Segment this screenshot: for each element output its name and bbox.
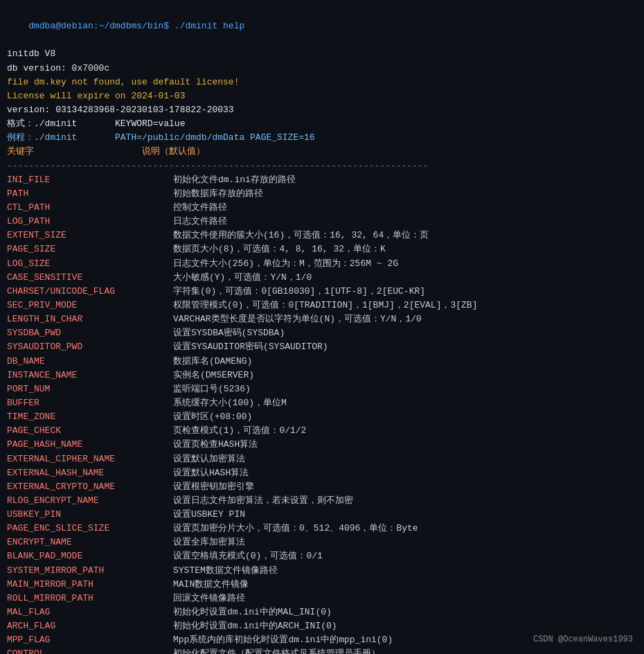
keyword-name: PAGE_CHECK: [7, 424, 173, 438]
keyword-name: ENCRYPT_NAME: [7, 536, 173, 549]
keyword-row: CHARSET/UNICODE_FLAG字符集(0)，可选值：0[GB18030…: [7, 285, 637, 299]
keyword-desc: 实例名(DMSERVER): [173, 369, 637, 382]
keyword-row: ARCH_FLAG初始化时设置dm.ini中的ARCH_INI(0): [7, 619, 637, 633]
output-line: License will expire on 2024-01-03: [7, 89, 637, 103]
keyword-name: PAGE_ENC_SLICE_SIZE: [7, 522, 173, 536]
keyword-name: MAIN_MIRROR_PATH: [7, 578, 173, 592]
keyword-desc: 字符集(0)，可选值：0[GB18030]，1[UTF-8]，2[EUC-KR]: [173, 285, 637, 299]
keyword-row: PAGE_SIZE数据页大小(8)，可选值：4, 8, 16, 32，单位：K: [7, 242, 637, 256]
keyword-row: PAGE_ENC_SLICE_SIZE设置页加密分片大小，可选值：0、512、4…: [7, 522, 637, 536]
keyword-desc: 设置日志文件加密算法，若未设置，则不加密: [173, 494, 637, 508]
keyword-desc: 设置默认加密算法: [173, 452, 637, 466]
keyword-name: ARCH_FLAG: [7, 619, 173, 633]
keyword-row: SYSDBA_PWD设置SYSDBA密码(SYSDBA): [7, 326, 637, 340]
keyword-name: PATH: [7, 187, 173, 201]
keyword-row: DB_NAME数据库名(DAMENG): [7, 355, 637, 369]
keyword-name: INI_FILE: [7, 173, 173, 187]
keyword-name: CASE_SENSITIVE: [7, 271, 173, 285]
keyword-row: EXTERNAL_HASH_NAME设置默认HASH算法: [7, 466, 637, 480]
keyword-row: EXTERNAL_CRYPTO_NAME设置根密钥加密引擎: [7, 480, 637, 494]
keyword-row: CONTROL初始化配置文件（配置文件格式见系统管理员手册）: [7, 647, 637, 654]
keyword-name: CHARSET/UNICODE_FLAG: [7, 285, 173, 299]
keyword-row: INI_FILE初始化文件dm.ini存放的路径: [7, 173, 637, 187]
keyword-row: SYSTEM_MIRROR_PATHSYSTEM数据文件镜像路径: [7, 564, 637, 578]
keyword-row: LOG_SIZE日志文件大小(256)，单位为：M，范围为：256M ~ 2G: [7, 257, 637, 271]
keyword-desc: 控制文件路径: [173, 201, 637, 215]
keyword-desc: 初始化时设置dm.ini中的MAL_INI(0): [173, 606, 637, 619]
keyword-name: LENGTH_IN_CHAR: [7, 312, 173, 326]
keyword-desc: 大小敏感(Y)，可选值：Y/N，1/0: [173, 271, 637, 285]
keyword-name: LOG_SIZE: [7, 257, 173, 271]
output-lines: initdb V8db version: 0x7000cfile dm.key …: [7, 47, 637, 173]
keyword-desc: SYSTEM数据文件镜像路径: [173, 564, 637, 578]
keyword-name: USBKEY_PIN: [7, 508, 173, 522]
keyword-name: EXTENT_SIZE: [7, 229, 173, 242]
keyword-row: PAGE_HASH_NAME设置页检查HASH算法: [7, 438, 637, 452]
keyword-name: PAGE_SIZE: [7, 242, 173, 256]
keyword-name: BLANK_PAD_MODE: [7, 549, 173, 563]
keyword-row: CASE_SENSITIVE大小敏感(Y)，可选值：Y/N，1/0: [7, 271, 637, 285]
keyword-name: SEC_PRIV_MODE: [7, 299, 173, 312]
keyword-desc: 初始化时设置dm.ini中的ARCH_INI(0): [173, 619, 637, 633]
keyword-name: CONTROL: [7, 647, 173, 654]
output-line: file dm.key not found, use default licen…: [7, 76, 637, 89]
keyword-row: LENGTH_IN_CHARVARCHAR类型长度是否以字符为单位(N)，可选值…: [7, 312, 637, 326]
output-line: ----------------------------------------…: [7, 159, 637, 173]
keyword-name: CTL_PATH: [7, 201, 173, 215]
output-line: initdb V8: [7, 47, 637, 61]
keyword-name: MAL_FLAG: [7, 606, 173, 619]
output-line: 关键字 说明（默认值）: [7, 145, 637, 159]
keyword-desc: 设置页检查HASH算法: [173, 438, 637, 452]
keyword-name: LOG_PATH: [7, 215, 173, 229]
keyword-desc: 设置页加密分片大小，可选值：0、512、4096，单位：Byte: [173, 522, 637, 536]
keyword-row: RLOG_ENCRYPT_NAME设置日志文件加密算法，若未设置，则不加密: [7, 494, 637, 508]
keyword-name: PORT_NUM: [7, 382, 173, 396]
keyword-name: INSTANCE_NAME: [7, 369, 173, 382]
keyword-name: DB_NAME: [7, 355, 173, 369]
keyword-desc: 监听端口号(5236): [173, 382, 637, 396]
keyword-name: RLOG_ENCRYPT_NAME: [7, 494, 173, 508]
keyword-row: ROLL_MIRROR_PATH回滚文件镜像路径: [7, 592, 637, 606]
output-line: version: 03134283968-20230103-178822-200…: [7, 103, 637, 117]
keyword-desc: 初始化配置文件（配置文件格式见系统管理员手册）: [173, 647, 637, 654]
keyword-name: ROLL_MIRROR_PATH: [7, 592, 173, 606]
keyword-name: SYSAUDITOR_PWD: [7, 340, 173, 354]
keyword-row: SEC_PRIV_MODE权限管理模式(0)，可选值：0[TRADITION]，…: [7, 299, 637, 312]
keyword-name: EXTERNAL_HASH_NAME: [7, 466, 173, 480]
keyword-desc: 设置全库加密算法: [173, 536, 637, 549]
keyword-row: PORT_NUM监听端口号(5236): [7, 382, 637, 396]
keyword-row: EXTERNAL_CIPHER_NAME设置默认加密算法: [7, 452, 637, 466]
keyword-desc: 设置根密钥加密引擎: [173, 480, 637, 494]
keyword-desc: 数据文件使用的簇大小(16)，可选值：16, 32, 64，单位：页: [173, 229, 637, 242]
keyword-desc: 初始化文件dm.ini存放的路径: [173, 173, 637, 187]
keyword-desc: 页检查模式(1)，可选值：0/1/2: [173, 424, 637, 438]
keyword-desc: 系统缓存大小(100)，单位M: [173, 396, 637, 410]
keyword-desc: 回滚文件镜像路径: [173, 592, 637, 606]
keyword-desc: MAIN数据文件镜像: [173, 578, 637, 592]
keyword-desc: 初始数据库存放的路径: [173, 187, 637, 201]
keyword-row: EXTENT_SIZE数据文件使用的簇大小(16)，可选值：16, 32, 64…: [7, 229, 637, 242]
keyword-name: SYSDBA_PWD: [7, 326, 173, 340]
keyword-desc: 日志文件大小(256)，单位为：M，范围为：256M ~ 2G: [173, 257, 637, 271]
output-line: 例程：./dminit PATH=/public/dmdb/dmData PAG…: [7, 131, 637, 145]
prompt-line: dmdba@debian:~/dmdbms/bin$ ./dminit help: [7, 6, 637, 47]
keyword-row: SYSAUDITOR_PWD设置SYSAUDITOR密码(SYSAUDITOR): [7, 340, 637, 354]
keyword-row: CTL_PATH控制文件路径: [7, 201, 637, 215]
keyword-desc: 设置SYSAUDITOR密码(SYSAUDITOR): [173, 340, 637, 354]
keyword-row: LOG_PATH日志文件路径: [7, 215, 637, 229]
keyword-desc: 数据库名(DAMENG): [173, 355, 637, 369]
keyword-row: USBKEY_PIN设置USBKEY PIN: [7, 508, 637, 522]
output-line: db version: 0x7000c: [7, 62, 637, 76]
keyword-name: TIME_ZONE: [7, 410, 173, 424]
keyword-name: PAGE_HASH_NAME: [7, 438, 173, 452]
keyword-row: INSTANCE_NAME实例名(DMSERVER): [7, 369, 637, 382]
keyword-name: SYSTEM_MIRROR_PATH: [7, 564, 173, 578]
keyword-row: PAGE_CHECK页检查模式(1)，可选值：0/1/2: [7, 424, 637, 438]
keyword-row: MAIN_MIRROR_PATHMAIN数据文件镜像: [7, 578, 637, 592]
keyword-row: BUFFER系统缓存大小(100)，单位M: [7, 396, 637, 410]
keyword-name: MPP_FLAG: [7, 633, 173, 647]
keyword-row: PATH初始数据库存放的路径: [7, 187, 637, 201]
keyword-name: EXTERNAL_CIPHER_NAME: [7, 452, 173, 466]
keyword-name: BUFFER: [7, 396, 173, 410]
keyword-desc: 权限管理模式(0)，可选值：0[TRADITION]，1[BMJ]，2[EVAL…: [173, 299, 637, 312]
